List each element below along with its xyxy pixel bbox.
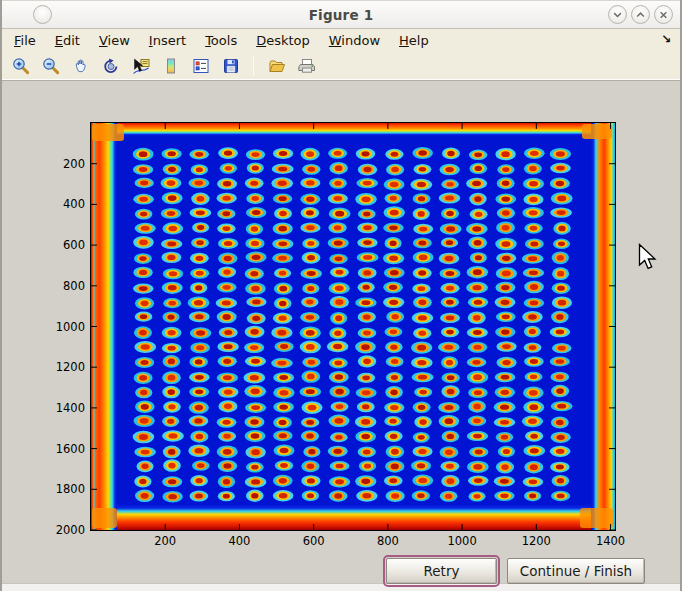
- menu-bar: FileEditViewInsertToolsDesktopWindowHelp…: [2, 29, 680, 52]
- rotate-3d-icon: [101, 56, 121, 76]
- printer-icon: [297, 56, 317, 76]
- figure-canvas: 2004006008001000120014002004006008001000…: [2, 80, 680, 583]
- menu-window[interactable]: Window: [329, 33, 380, 48]
- pan-button[interactable]: [69, 54, 92, 77]
- tick-label: 2000: [45, 523, 85, 537]
- colorbar-icon: [161, 56, 181, 76]
- zoom-out-icon: [41, 56, 61, 76]
- tick-label: 400: [217, 534, 261, 548]
- rotate-3d-button[interactable]: [99, 54, 122, 77]
- zoom-out-button[interactable]: [39, 54, 62, 77]
- menu-help[interactable]: Help: [399, 33, 429, 48]
- tick-label: 600: [292, 534, 336, 548]
- menu-tools[interactable]: Tools: [205, 33, 237, 48]
- data-cursor-icon: [131, 56, 151, 76]
- close-button[interactable]: [654, 5, 673, 24]
- tick-label: 800: [45, 279, 85, 293]
- title-bar: Figure 1: [2, 0, 680, 29]
- menu-edit[interactable]: Edit: [55, 33, 80, 48]
- menu-bar-items: FileEditViewInsertToolsDesktopWindowHelp: [14, 33, 429, 48]
- insert-colorbar-button[interactable]: [159, 54, 182, 77]
- mouse-cursor: [638, 243, 658, 271]
- minimize-button[interactable]: [608, 5, 627, 24]
- menu-view[interactable]: View: [99, 33, 130, 48]
- chevron-down-icon: [609, 6, 626, 24]
- continue-finish-button[interactable]: Continue / Finish: [507, 558, 645, 584]
- figure-window: Figure 1 FileEditViewInsertToolsDesktopW…: [0, 0, 682, 591]
- save-figure-button[interactable]: [219, 54, 242, 77]
- retry-button[interactable]: Retry: [386, 558, 497, 584]
- tick-label: 1200: [514, 534, 558, 548]
- menu-desktop[interactable]: Desktop: [256, 33, 310, 48]
- chevron-up-icon: [632, 6, 649, 24]
- window-resize-edge[interactable]: [2, 583, 680, 591]
- open-folder-icon: [267, 56, 287, 76]
- print-figure-button[interactable]: [295, 54, 318, 77]
- save-icon: [221, 56, 241, 76]
- tick-label: 1400: [589, 534, 633, 548]
- close-icon: [655, 6, 672, 24]
- tick-label: 600: [45, 238, 85, 252]
- maximize-button[interactable]: [631, 5, 650, 24]
- insert-legend-button[interactable]: [189, 54, 212, 77]
- hand-pan-icon: [71, 56, 91, 76]
- menu-file[interactable]: File: [14, 33, 36, 48]
- legend-icon: [191, 56, 211, 76]
- tick-label: 1600: [45, 442, 85, 456]
- tick-label: 800: [366, 534, 410, 548]
- data-cursor-button[interactable]: [129, 54, 152, 77]
- menu-insert[interactable]: Insert: [149, 33, 186, 48]
- tick-label: 1800: [45, 482, 85, 496]
- tick-label: 1400: [45, 401, 85, 415]
- plot-area[interactable]: [90, 122, 616, 531]
- open-file-button[interactable]: [265, 54, 288, 77]
- tick-label: 1200: [45, 360, 85, 374]
- tick-label: 1000: [45, 320, 85, 334]
- window-title: Figure 1: [2, 7, 680, 23]
- tick-label: 200: [143, 534, 187, 548]
- tick-label: 1000: [440, 534, 484, 548]
- tick-label: 200: [45, 157, 85, 171]
- toolbar-separator: [253, 56, 254, 76]
- dock-figure-icon[interactable]: ↘: [661, 32, 671, 46]
- zoom-in-icon: [11, 56, 31, 76]
- tick-label: 400: [45, 197, 85, 211]
- figure-toolbar: [2, 52, 680, 80]
- zoom-in-button[interactable]: [9, 54, 32, 77]
